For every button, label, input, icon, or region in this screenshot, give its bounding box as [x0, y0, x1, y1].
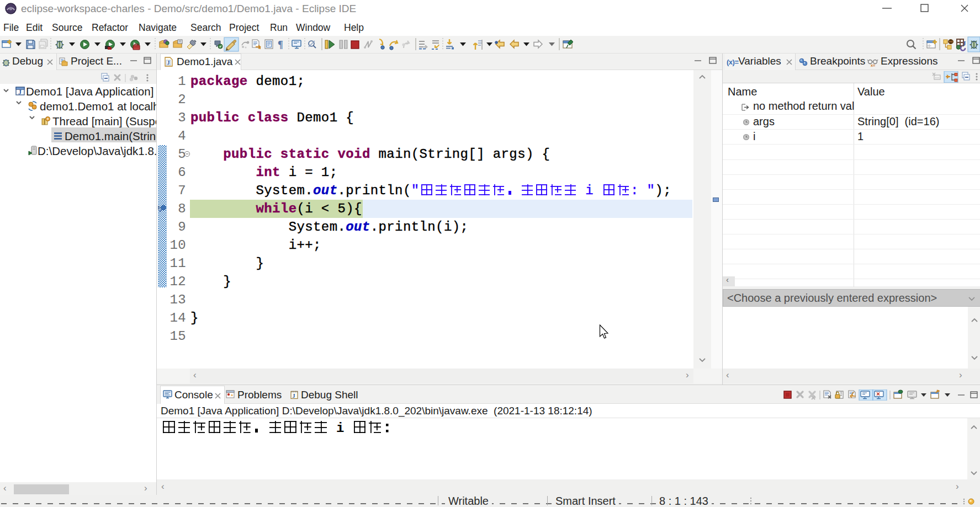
svg-text:J: J: [18, 88, 22, 96]
svg-text:J: J: [293, 393, 295, 399]
svg-text:J: J: [962, 39, 966, 47]
svg-text:¶: ¶: [278, 39, 283, 50]
svg-text:x=: x=: [871, 63, 875, 67]
svg-text:J: J: [167, 60, 170, 66]
